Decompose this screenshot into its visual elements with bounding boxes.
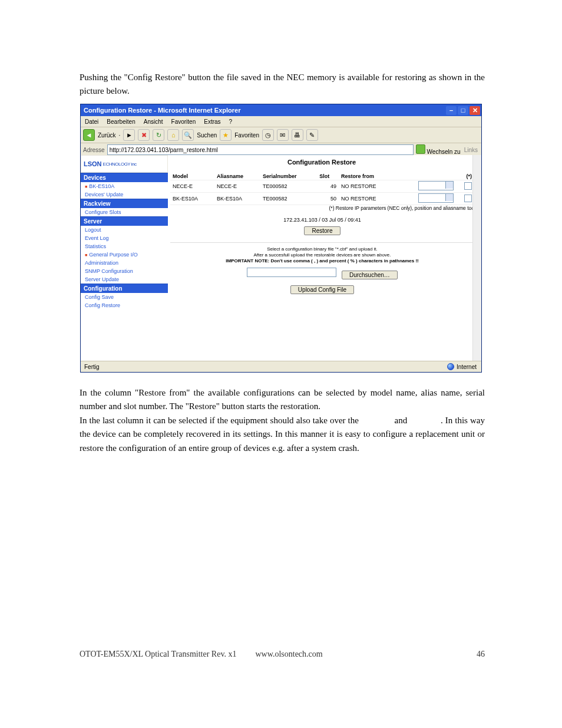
- sidebar-header-configuration: Configuration: [81, 284, 168, 293]
- status-text: Fertig: [81, 364, 100, 370]
- stop-button[interactable]: ✖: [138, 129, 150, 141]
- upload-config-button[interactable]: Upload Config File: [290, 285, 354, 294]
- menu-help[interactable]: ?: [225, 118, 237, 125]
- paragraph-3: In the last column it can be selected if…: [80, 414, 485, 455]
- window-title: Configuration Restore - Microsoft Intern…: [81, 107, 240, 114]
- sidebar-item-devices-update[interactable]: Devices' Update: [81, 190, 168, 199]
- sidebar-item-event-log[interactable]: Event Log: [81, 234, 168, 242]
- search-label: Suchen: [197, 132, 217, 139]
- footer-page-number: 46: [477, 650, 485, 659]
- sidebar-item-logout[interactable]: Logout: [81, 226, 168, 234]
- sidebar-item-bkes10a[interactable]: ■BK-ES10A: [81, 182, 168, 190]
- back-label: Zurück: [98, 132, 116, 139]
- sidebar-item-snmp[interactable]: SNMP Configuration: [81, 267, 168, 275]
- go-area[interactable]: Wechseln zu: [416, 144, 461, 155]
- sidebar-logo: LSONECHNOLOGY inc: [81, 155, 168, 173]
- sidebar-item-config-restore[interactable]: Config Restore: [81, 301, 168, 309]
- sidebar-item-gpio[interactable]: ■General Purpose I/O: [81, 251, 168, 259]
- menu-extras[interactable]: Extras: [200, 118, 224, 125]
- history-icon[interactable]: ◷: [262, 129, 274, 141]
- go-icon: [416, 144, 425, 154]
- toolbar: ◄ Zurück · ► ✖ ↻ ⌂ 🔍 Suchen ★ Favoriten …: [81, 127, 481, 143]
- restore-select[interactable]: [418, 181, 454, 190]
- footer-left: OTOT-EM55X/XL Optical Transmitter Rev. x…: [80, 650, 253, 659]
- restore-select[interactable]: [418, 193, 454, 203]
- col-restore-from: Restore from: [339, 173, 397, 180]
- menu-bearbeiten[interactable]: Bearbeiten: [103, 118, 139, 125]
- sidebar-item-administration[interactable]: Administration: [81, 259, 168, 267]
- window-titlebar: Configuration Restore - Microsoft Intern…: [81, 104, 481, 116]
- col-slot: Slot: [317, 173, 339, 180]
- maximize-button[interactable]: □: [458, 106, 468, 115]
- restore-button[interactable]: Restore: [304, 226, 340, 235]
- restore-star-checkbox[interactable]: [464, 195, 472, 202]
- sidebar-item-server-update[interactable]: Server Update: [81, 275, 168, 284]
- col-model: Model: [170, 173, 214, 180]
- col-alias: Aliasname: [214, 173, 260, 180]
- search-icon[interactable]: 🔍: [182, 129, 194, 141]
- browse-button[interactable]: Durchsuchen…: [342, 271, 398, 279]
- globe-icon: [447, 363, 454, 370]
- close-button[interactable]: ✕: [470, 106, 480, 115]
- file-input[interactable]: [247, 268, 336, 277]
- footer-mid: www.olsontech.com: [256, 650, 373, 659]
- sidebar-header-rackview: Rackview: [81, 199, 168, 208]
- zone-indicator: Internet: [447, 363, 481, 370]
- menu-ansicht[interactable]: Ansicht: [140, 118, 167, 125]
- links-label[interactable]: Links: [464, 147, 478, 153]
- menu-favoriten[interactable]: Favoriten: [167, 118, 200, 125]
- table-row: NECE-ENECE-ETE000582 49NO RESTORE: [170, 180, 474, 193]
- address-label: Adresse: [81, 147, 107, 153]
- page-footer: OTOT-EM55X/XL Optical Transmitter Rev. x…: [80, 650, 485, 659]
- page-title: Configuration Restore: [170, 155, 473, 169]
- sidebar-header-server: Server: [81, 216, 168, 226]
- upload-hint: Select a configuration binary file "*.cb…: [170, 243, 474, 264]
- paragraph-2: In the column "Restore from" the availab…: [80, 386, 485, 414]
- sidebar-item-configure-slots[interactable]: Configure Slots: [81, 208, 168, 216]
- col-star: (*): [456, 173, 474, 180]
- star-note: (*) Restore IP parameters (NEC only), po…: [170, 205, 474, 211]
- restore-star-checkbox[interactable]: [464, 182, 472, 190]
- address-input[interactable]: [107, 144, 414, 155]
- minimize-button[interactable]: –: [446, 106, 457, 115]
- favorites-icon[interactable]: ★: [220, 129, 232, 141]
- menu-bar: Datei Bearbeiten Ansicht Favoriten Extra…: [81, 116, 481, 127]
- paragraph-1: Pushing the "Config Restore" button the …: [80, 71, 485, 98]
- edit-icon[interactable]: ✎: [306, 129, 318, 141]
- sidebar-item-config-save[interactable]: Config Save: [81, 293, 168, 301]
- table-row: BK-ES10ABK-ES10ATE000582 50NO RESTORE: [170, 193, 474, 205]
- print-icon[interactable]: 🖶: [292, 129, 303, 141]
- sidebar-header-devices: Devices: [81, 173, 168, 182]
- refresh-button[interactable]: ↻: [153, 129, 164, 141]
- timestamp-line: 172.23.41.103 / 03 Jul 05 / 09:41: [170, 211, 474, 226]
- status-bar: Fertig Internet: [81, 361, 481, 372]
- menu-datei[interactable]: Datei: [81, 118, 103, 125]
- sidebar-item-statistics[interactable]: Statistics: [81, 242, 168, 251]
- go-label: Wechseln zu: [427, 149, 461, 155]
- embedded-screenshot: Configuration Restore - Microsoft Intern…: [80, 104, 482, 373]
- mail-icon[interactable]: ✉: [277, 129, 289, 141]
- home-button[interactable]: ⌂: [167, 129, 179, 141]
- col-serial: Serialnumber: [260, 173, 317, 180]
- forward-button[interactable]: ►: [123, 129, 135, 141]
- restore-table: Model Aliasname Serialnumber Slot Restor…: [170, 173, 474, 205]
- favorites-label: Favoriten: [234, 132, 259, 139]
- back-button[interactable]: ◄: [83, 129, 95, 141]
- sidebar: LSONECHNOLOGY inc Devices ■BK-ES10A Devi…: [81, 155, 168, 361]
- scrollbar[interactable]: [472, 155, 481, 361]
- separator: ·: [119, 132, 121, 139]
